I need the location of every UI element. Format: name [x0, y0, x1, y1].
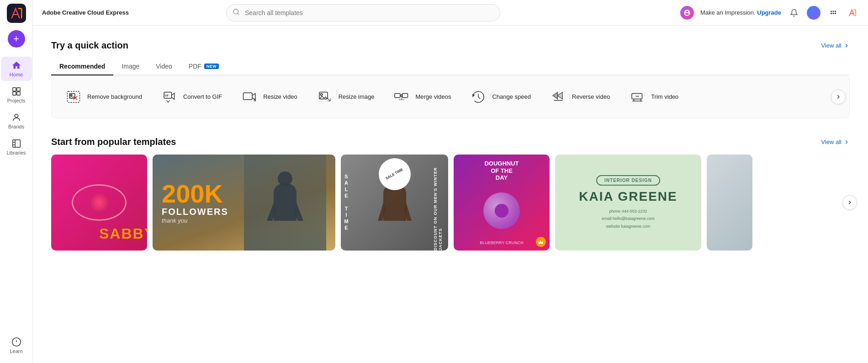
quick-actions-header: Try a quick action View all	[51, 40, 850, 51]
templates-row: SABBY 200K FOLLOWERS thank you	[51, 155, 850, 251]
topbar-promo-text: Make an Impression. Upgrade	[700, 9, 781, 16]
svg-point-7	[233, 9, 238, 14]
topbar: Adobe Creative Cloud Express Make an Imp…	[33, 0, 868, 26]
search-input[interactable]	[226, 4, 500, 21]
app-logo	[7, 4, 26, 23]
user-avatar[interactable]	[807, 6, 820, 20]
qa-resize-video[interactable]: Resize video	[231, 81, 306, 112]
quick-actions-wrap: Remove background GIF Convert to GIF	[51, 75, 850, 118]
sidebar-item-learn[interactable]: Learn	[1, 333, 32, 358]
template-card-sale[interactable]: SALE TIME DISCOUNT ON OUR MEN'S WINTER J…	[341, 155, 448, 251]
template-interior-name: KAIA GREENE	[579, 189, 677, 204]
create-button[interactable]: +	[8, 30, 25, 48]
trim-video-icon	[628, 88, 646, 106]
sidebar: + Home Projects Brands Libraries Learn	[0, 0, 33, 363]
template-doughnut-wrap: DOUGHNUTOF THEDAY BLUEBERRY CRUNCH	[454, 155, 550, 251]
resize-video-icon	[240, 88, 259, 106]
svg-point-15	[320, 94, 323, 96]
sidebar-bottom: Learn	[1, 333, 32, 358]
sidebar-item-projects[interactable]: Projects	[1, 83, 32, 107]
tab-image[interactable]: Image	[113, 58, 148, 75]
reverse-video-icon	[549, 88, 567, 106]
main-area: Adobe Creative Cloud Express Make an Imp…	[33, 0, 868, 363]
qa-resize-image[interactable]: Resize image	[307, 81, 384, 112]
template-sale-wrap: SALE TIME DISCOUNT ON OUR MEN'S WINTER J…	[341, 155, 448, 251]
svg-rect-0	[12, 88, 16, 91]
convert-gif-icon: GIF	[160, 88, 179, 106]
sidebar-item-home[interactable]: Home	[1, 57, 32, 81]
svg-text:GIF: GIF	[164, 94, 169, 97]
svg-point-4	[15, 114, 18, 117]
template-sabby-text: SABBY	[99, 225, 147, 242]
template-crown-badge	[536, 237, 546, 247]
templates-title: Start from popular templates	[51, 137, 176, 147]
svg-rect-2	[12, 92, 16, 95]
remove-background-icon	[64, 88, 83, 106]
template-interior-wrap: INTERIOR DESIGN KAIA GREENE phone 444-55…	[555, 155, 701, 251]
templates-row-wrap: SABBY 200K FOLLOWERS thank you	[51, 155, 850, 251]
user-promo-avatar	[680, 6, 694, 20]
template-person-area	[244, 155, 326, 251]
tab-video[interactable]: Video	[148, 58, 180, 75]
quick-actions-list: Remove background GIF Convert to GIF	[55, 81, 846, 112]
tab-recommended[interactable]: Recommended	[51, 58, 113, 75]
qa-trim-video-label: Trim video	[651, 93, 678, 101]
templates-view-all[interactable]: View all	[821, 139, 850, 145]
template-card-interior[interactable]: INTERIOR DESIGN KAIA GREENE phone 444-55…	[555, 155, 701, 251]
qa-convert-gif-label: Convert to GIF	[183, 93, 222, 101]
template-interior-details: phone 444-553-2232 email hello@kaiagreen…	[602, 208, 655, 230]
qa-merge-videos-label: Merge videos	[415, 93, 451, 101]
qa-resize-image-label: Resize image	[339, 93, 375, 101]
qa-change-speed[interactable]: Change speed	[460, 81, 540, 112]
change-speed-icon	[469, 88, 487, 106]
template-doughnut-sub: BLUEBERRY CRUNCH	[459, 240, 544, 245]
qa-trim-video[interactable]: Trim video	[619, 81, 692, 112]
qa-resize-video-label: Resize video	[263, 93, 297, 101]
template-doughnut-graphic	[459, 182, 544, 240]
adobe-icon	[846, 6, 859, 19]
upgrade-link[interactable]: Upgrade	[757, 9, 781, 16]
merge-videos-icon	[392, 88, 411, 106]
qa-convert-gif[interactable]: GIF Convert to GIF	[151, 81, 231, 112]
quick-actions-tabs: Recommended Image Video PDF NEW	[51, 58, 850, 75]
template-interior-badge: INTERIOR DESIGN	[596, 175, 660, 186]
sidebar-item-brands[interactable]: Brands	[1, 109, 32, 133]
template-card-sabby[interactable]: SABBY	[51, 155, 147, 251]
app-title: Adobe Creative Cloud Express	[42, 9, 129, 16]
qa-remove-background[interactable]: Remove background	[55, 81, 151, 112]
svg-rect-5	[12, 140, 20, 148]
sidebar-item-libraries[interactable]: Libraries	[1, 135, 32, 159]
template-donut	[483, 192, 520, 229]
resize-image-icon	[316, 88, 334, 106]
sidebar-nav: Home Projects Brands Libraries	[0, 57, 32, 159]
search-icon	[233, 8, 240, 17]
svg-rect-3	[16, 92, 20, 95]
templates-header: Start from popular templates View all	[51, 137, 850, 147]
content-area: Try a quick action View all Recommended …	[33, 26, 868, 363]
template-doughnut-title: DOUGHNUTOF THEDAY	[459, 160, 544, 182]
template-card-doughnut[interactable]: DOUGHNUTOF THEDAY BLUEBERRY CRUNCH	[454, 155, 550, 251]
template-card-partial[interactable]	[707, 155, 752, 251]
qa-reverse-video[interactable]: Reverse video	[540, 81, 619, 112]
notification-icon[interactable]	[788, 6, 800, 19]
templates-next[interactable]	[842, 195, 857, 210]
tab-pdf[interactable]: PDF NEW	[180, 58, 228, 75]
svg-rect-16	[395, 94, 400, 98]
svg-rect-13	[243, 93, 253, 100]
apps-icon[interactable]	[827, 6, 840, 19]
svg-rect-17	[402, 94, 408, 98]
qa-reverse-video-label: Reverse video	[572, 93, 610, 101]
quick-actions-view-all[interactable]: View all	[821, 42, 850, 49]
template-card-followers[interactable]: 200K FOLLOWERS thank you	[153, 155, 335, 251]
qa-remove-background-label: Remove background	[87, 93, 142, 101]
quick-actions-next[interactable]	[831, 90, 846, 104]
svg-point-10	[70, 94, 72, 96]
topbar-right: Make an Impression. Upgrade	[680, 6, 859, 20]
quick-actions-title: Try a quick action	[51, 40, 128, 51]
qa-merge-videos[interactable]: Merge videos	[383, 81, 460, 112]
svg-rect-1	[16, 88, 20, 91]
qa-change-speed-label: Change speed	[492, 93, 531, 101]
pdf-new-badge: NEW	[204, 64, 219, 69]
search-wrap	[226, 4, 500, 21]
